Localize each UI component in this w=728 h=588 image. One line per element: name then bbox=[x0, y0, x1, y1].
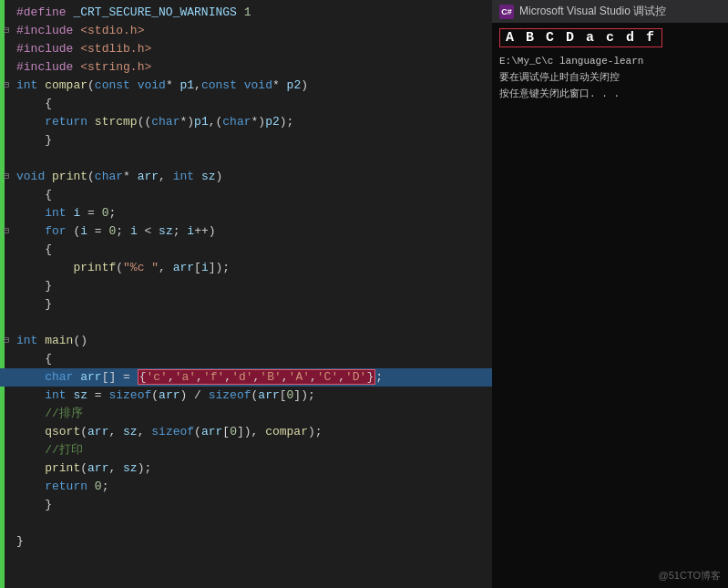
code-line: ⊟int compar(const void* p1,const void* p… bbox=[0, 77, 492, 95]
console-title: Microsoft Visual Studio 调试控 bbox=[519, 4, 666, 19]
line-code: char arr[] = {'c','a','f','d','B','A','C… bbox=[13, 368, 492, 387]
code-editor: #define _CRT_SECURE_NO_WARNINGS 1⊟#inclu… bbox=[0, 0, 492, 588]
code-line: return strcmp((char*)p1,(char*)p2); bbox=[0, 113, 492, 131]
code-line: #include <stdlib.h> bbox=[0, 40, 492, 58]
line-code: { bbox=[13, 241, 492, 259]
code-line: { bbox=[0, 186, 492, 204]
line-code: void print(char* arr, int sz) bbox=[13, 168, 492, 186]
code-line: //打印 bbox=[0, 441, 492, 459]
program-output: A B C D a c d f bbox=[499, 28, 662, 47]
line-code: int compar(const void* p1,const void* p2… bbox=[13, 77, 492, 95]
code-line: { bbox=[0, 95, 492, 113]
collapse-btn[interactable]: ⊟ bbox=[0, 332, 13, 350]
code-line: ⊟#include <stdio.h> bbox=[0, 22, 492, 40]
code-line: qsort(arr, sz, sizeof(arr[0]), compar); bbox=[0, 423, 492, 441]
code-line bbox=[0, 150, 492, 168]
collapse-btn[interactable]: ⊟ bbox=[0, 168, 13, 186]
code-line: } bbox=[0, 277, 492, 295]
code-line: } bbox=[0, 496, 492, 514]
line-code: #include <stdio.h> bbox=[13, 22, 492, 40]
code-line: ⊟void print(char* arr, int sz) bbox=[0, 168, 492, 186]
line-code: } bbox=[13, 131, 492, 150]
line-code: #include <string.h> bbox=[13, 58, 492, 77]
console-line: E:\My_C\c language-learn bbox=[499, 53, 721, 69]
collapse-btn[interactable]: ⊟ bbox=[0, 77, 13, 95]
code-line: int i = 0; bbox=[0, 204, 492, 222]
line-code: { bbox=[13, 350, 492, 368]
line-code: return strcmp((char*)p1,(char*)p2); bbox=[13, 113, 492, 131]
code-line: ⊟int main() bbox=[0, 332, 492, 350]
line-code: } bbox=[13, 532, 492, 551]
collapse-btn[interactable]: ⊟ bbox=[0, 222, 13, 241]
line-code: } bbox=[13, 295, 492, 314]
code-line: //排序 bbox=[0, 405, 492, 423]
code-line: } bbox=[0, 532, 492, 551]
code-line: print(arr, sz); bbox=[0, 459, 492, 478]
code-line: ⊟ for (i = 0; i < sz; i++) bbox=[0, 222, 492, 241]
line-code: print(arr, sz); bbox=[13, 459, 492, 478]
code-line: #include <string.h> bbox=[0, 58, 492, 77]
code-line: return 0; bbox=[0, 478, 492, 496]
line-code: { bbox=[13, 186, 492, 204]
line-code: } bbox=[13, 496, 492, 514]
line-code: int i = 0; bbox=[13, 204, 492, 222]
collapse-btn[interactable]: ⊟ bbox=[0, 22, 13, 40]
vs-icon-text: C# bbox=[501, 7, 512, 16]
line-code: { bbox=[13, 95, 492, 113]
line-code: for (i = 0; i < sz; i++) bbox=[13, 222, 492, 241]
code-line: } bbox=[0, 131, 492, 150]
line-code: int main() bbox=[13, 332, 492, 350]
code-line bbox=[0, 514, 492, 532]
line-code: } bbox=[13, 277, 492, 295]
code-line: printf("%c ", arr[i]); bbox=[0, 259, 492, 277]
code-line bbox=[0, 314, 492, 332]
console-line: 要在调试停止时自动关闭控 bbox=[499, 69, 721, 86]
code-content: #define _CRT_SECURE_NO_WARNINGS 1⊟#inclu… bbox=[0, 0, 492, 588]
code-line: { bbox=[0, 241, 492, 259]
line-code: int sz = sizeof(arr) / sizeof(arr[0]); bbox=[13, 387, 492, 405]
console-lines: E:\My_C\c language-learn要在调试停止时自动关闭控按任意键… bbox=[499, 53, 721, 102]
console-titlebar: C# Microsoft Visual Studio 调试控 bbox=[492, 0, 728, 23]
line-code: return 0; bbox=[13, 478, 492, 496]
watermark: @51CTO博客 bbox=[659, 569, 721, 583]
console-body: A B C D a c d f E:\My_C\c language-learn… bbox=[492, 23, 728, 588]
code-line: char arr[] = {'c','a','f','d','B','A','C… bbox=[0, 368, 492, 387]
line-code: #define _CRT_SECURE_NO_WARNINGS 1 bbox=[13, 4, 492, 22]
line-code: //打印 bbox=[13, 441, 492, 459]
code-line: int sz = sizeof(arr) / sizeof(arr[0]); bbox=[0, 387, 492, 405]
console-panel: C# Microsoft Visual Studio 调试控 A B C D a… bbox=[492, 0, 728, 588]
console-line: 按任意键关闭此窗口. . . bbox=[499, 86, 721, 102]
code-line: { bbox=[0, 350, 492, 368]
code-line: } bbox=[0, 295, 492, 314]
code-line: #define _CRT_SECURE_NO_WARNINGS 1 bbox=[0, 4, 492, 22]
vs-icon: C# bbox=[499, 5, 514, 19]
line-code: qsort(arr, sz, sizeof(arr[0]), compar); bbox=[13, 423, 492, 441]
line-code: #include <stdlib.h> bbox=[13, 40, 492, 58]
line-code: //排序 bbox=[13, 405, 492, 423]
line-code: printf("%c ", arr[i]); bbox=[13, 259, 492, 277]
